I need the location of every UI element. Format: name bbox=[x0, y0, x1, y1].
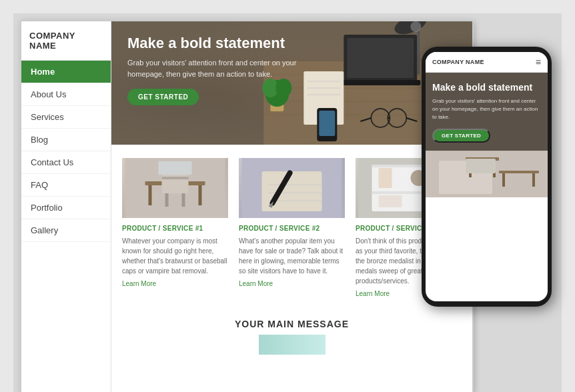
svg-rect-7 bbox=[341, 80, 421, 85]
product-link-1[interactable]: Learn More bbox=[122, 280, 228, 287]
product-title-2: PRODUCT / SERVICE #2 bbox=[239, 225, 345, 232]
mobile-hero-section: Make a bold statement Grab your visitors… bbox=[426, 73, 548, 151]
hero-section: Make a bold statement Grab your visitors… bbox=[111, 21, 472, 145]
svg-rect-48 bbox=[379, 168, 392, 188]
sidebar-item-faq[interactable]: FAQ bbox=[21, 174, 111, 197]
svg-rect-34 bbox=[182, 193, 185, 207]
sidebar-item-contact[interactable]: Contact Us bbox=[21, 151, 111, 174]
product-desc-2: What's another popular item you have for… bbox=[239, 236, 345, 276]
sidebar-item-gallery[interactable]: Gallery bbox=[21, 219, 111, 242]
svg-rect-31 bbox=[199, 185, 202, 205]
desktop-mockup: COMPANY NAME Home About Us Services Blog… bbox=[20, 20, 474, 392]
mobile-hero-subtitle: Grab your visitors' attention front and … bbox=[432, 97, 541, 121]
sidebar-item-blog[interactable]: Blog bbox=[21, 129, 111, 151]
product-card-2: PRODUCT / SERVICE #2 What's another popu… bbox=[239, 158, 345, 297]
svg-rect-27 bbox=[320, 111, 336, 136]
product-card-1: PRODUCT / SERVICE #1 Whatever your compa… bbox=[122, 158, 228, 297]
sidebar-item-home[interactable]: Home bbox=[21, 61, 111, 83]
bottom-title: YOUR MAIN MESSAGE bbox=[122, 319, 462, 329]
bottom-bar-decoration bbox=[259, 335, 326, 355]
sidebar-item-services[interactable]: Services bbox=[21, 106, 111, 129]
scene: COMPANY NAME Home About Us Services Blog… bbox=[13, 13, 562, 392]
main-content: Make a bold statement Grab your visitors… bbox=[111, 21, 472, 392]
mobile-hero-title: Make a bold statement bbox=[432, 82, 541, 93]
sidebar: COMPANY NAME Home About Us Services Blog… bbox=[21, 21, 111, 392]
hamburger-icon[interactable]: ≡ bbox=[536, 57, 541, 67]
mobile-hero-cta-button[interactable]: GET STARTED bbox=[432, 129, 490, 143]
sidebar-item-about[interactable]: About Us bbox=[21, 83, 111, 106]
svg-point-10 bbox=[411, 21, 422, 32]
products-section: PRODUCT / SERVICE #1 Whatever your compa… bbox=[111, 145, 472, 311]
svg-rect-30 bbox=[149, 185, 152, 205]
mobile-logo: COMPANY NAME bbox=[432, 59, 484, 65]
svg-rect-33 bbox=[165, 193, 169, 207]
svg-rect-6 bbox=[348, 38, 414, 78]
sidebar-nav: Home About Us Services Blog Contact Us F… bbox=[21, 61, 111, 242]
hero-title: Make a bold statement bbox=[127, 35, 301, 52]
hero-cta-button[interactable]: GET STARTED bbox=[127, 89, 199, 105]
product-image-2 bbox=[239, 158, 345, 218]
bottom-section: YOUR MAIN MESSAGE bbox=[111, 311, 472, 363]
hero-text-block: Make a bold statement Grab your visitors… bbox=[127, 35, 301, 105]
svg-rect-60 bbox=[502, 173, 505, 187]
sidebar-item-portfolio[interactable]: Portfolio bbox=[21, 197, 111, 219]
svg-rect-61 bbox=[532, 173, 535, 187]
mobile-product-preview bbox=[426, 151, 548, 197]
mobile-screen: COMPANY NAME ≡ Make a bold statement Gra… bbox=[426, 52, 548, 301]
sidebar-logo: COMPANY NAME bbox=[21, 21, 111, 61]
product-desc-1: Whatever your company is most known for … bbox=[122, 236, 228, 276]
product-link-2[interactable]: Learn More bbox=[239, 280, 345, 287]
svg-rect-51 bbox=[379, 195, 402, 207]
product-title-1: PRODUCT / SERVICE #1 bbox=[122, 225, 228, 232]
mobile-header: COMPANY NAME ≡ bbox=[426, 52, 548, 73]
svg-rect-35 bbox=[162, 177, 189, 179]
product-image-1 bbox=[122, 158, 228, 218]
mobile-mockup: COMPANY NAME ≡ Make a bold statement Gra… bbox=[422, 47, 552, 307]
svg-rect-59 bbox=[499, 171, 539, 173]
svg-rect-36 bbox=[159, 161, 192, 175]
hero-subtitle: Grab your visitors' attention front and … bbox=[127, 57, 301, 79]
svg-rect-58 bbox=[466, 159, 496, 173]
